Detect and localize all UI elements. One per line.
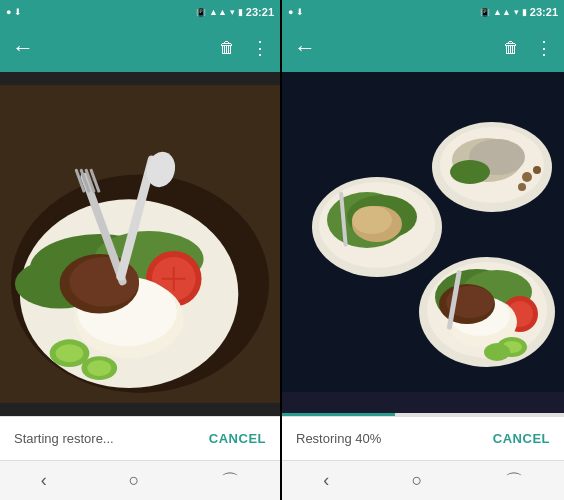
svg-point-55 (522, 172, 532, 182)
nav-back-right[interactable]: ‹ (319, 466, 333, 495)
notification-icon: ● (6, 7, 11, 17)
food-image-left (0, 72, 280, 416)
food-image-right (282, 72, 564, 392)
svg-point-56 (533, 166, 541, 174)
nav-bar-left: ‹ ○ ⌒ (0, 460, 280, 500)
signal-bars-icon: ▲▲ (209, 7, 227, 17)
status-right-icons: 📳 ▲▲ ▾ ▮ 23:21 (196, 6, 274, 18)
status-bar-left: ● ⬇ 📳 ▲▲ ▾ ▮ 23:21 (0, 0, 280, 24)
toolbar-right-section-right: 🗑 ⋮ (499, 33, 556, 63)
toolbar-left: ← 🗑 ⋮ (0, 24, 280, 72)
wifi-icon-right: ▾ (514, 7, 519, 17)
progress-bar-fill-right (282, 413, 395, 416)
trash-icon-right: 🗑 (503, 39, 519, 57)
download-icon: ⬇ (14, 7, 22, 17)
back-arrow-icon: ← (12, 37, 34, 59)
status-bar-right: ● ⬇ 📳 ▲▲ ▾ ▮ 23:21 (282, 0, 564, 24)
toolbar-left-section-right: ← (290, 33, 320, 63)
status-text-right: Restoring 40% (296, 431, 381, 446)
bottom-bar-left: Starting restore... CANCEL (0, 416, 280, 460)
status-text-left: Starting restore... (14, 431, 114, 446)
phone-panel-right: ● ⬇ 📳 ▲▲ ▾ ▮ 23:21 ← 🗑 ⋮ (282, 0, 564, 500)
trash-icon-left: 🗑 (219, 39, 235, 57)
vibrate-icon-right: 📳 (480, 8, 490, 17)
more-button-left[interactable]: ⋮ (247, 33, 272, 63)
notification-icon-right: ● (288, 7, 293, 17)
svg-point-15 (87, 360, 111, 376)
nav-back-left[interactable]: ‹ (37, 466, 51, 495)
phone-panel-left: ● ⬇ 📳 ▲▲ ▾ ▮ 23:21 ← 🗑 ⋮ (0, 0, 280, 500)
more-icon-right: ⋮ (535, 37, 552, 59)
svg-point-39 (352, 206, 392, 234)
status-right-icons-right: 📳 ▲▲ ▾ ▮ 23:21 (480, 6, 558, 18)
back-button-left[interactable]: ← (8, 33, 38, 63)
nav-recents-left[interactable]: ⌒ (217, 465, 243, 497)
cancel-button-right[interactable]: CANCEL (493, 431, 550, 446)
back-button-right[interactable]: ← (290, 33, 320, 63)
vibrate-icon: 📳 (196, 8, 206, 17)
status-left-icons: ● ⬇ (6, 7, 22, 17)
toolbar-right-section: 🗑 ⋮ (215, 33, 272, 63)
nav-home-left[interactable]: ○ (125, 466, 144, 495)
delete-button-left[interactable]: 🗑 (215, 35, 239, 61)
nav-bar-right: ‹ ○ ⌒ (282, 460, 564, 500)
delete-button-right[interactable]: 🗑 (499, 35, 523, 61)
status-time-right: 23:21 (530, 6, 558, 18)
svg-point-54 (484, 343, 510, 361)
toolbar-right: ← 🗑 ⋮ (282, 24, 564, 72)
progress-bar-container-right (282, 413, 564, 416)
status-time-left: 23:21 (246, 6, 274, 18)
image-container-left (0, 72, 280, 416)
battery-icon-right: ▮ (522, 7, 527, 17)
svg-point-13 (56, 344, 84, 362)
nav-home-right[interactable]: ○ (408, 466, 427, 495)
nav-recents-right[interactable]: ⌒ (501, 465, 527, 497)
status-left-icons-right: ● ⬇ (288, 7, 304, 17)
bottom-bar-right: Restoring 40% CANCEL (282, 416, 564, 460)
download-icon-right: ⬇ (296, 7, 304, 17)
more-icon-left: ⋮ (251, 37, 268, 59)
battery-icon: ▮ (238, 7, 243, 17)
cancel-button-left[interactable]: CANCEL (209, 431, 266, 446)
wifi-icon: ▾ (230, 7, 235, 17)
signal-bars-icon-right: ▲▲ (493, 7, 511, 17)
more-button-right[interactable]: ⋮ (531, 33, 556, 63)
svg-point-33 (450, 160, 490, 184)
back-arrow-icon-right: ← (294, 37, 316, 59)
image-container-right (282, 72, 564, 413)
toolbar-left-section: ← (8, 33, 38, 63)
svg-point-57 (518, 183, 526, 191)
